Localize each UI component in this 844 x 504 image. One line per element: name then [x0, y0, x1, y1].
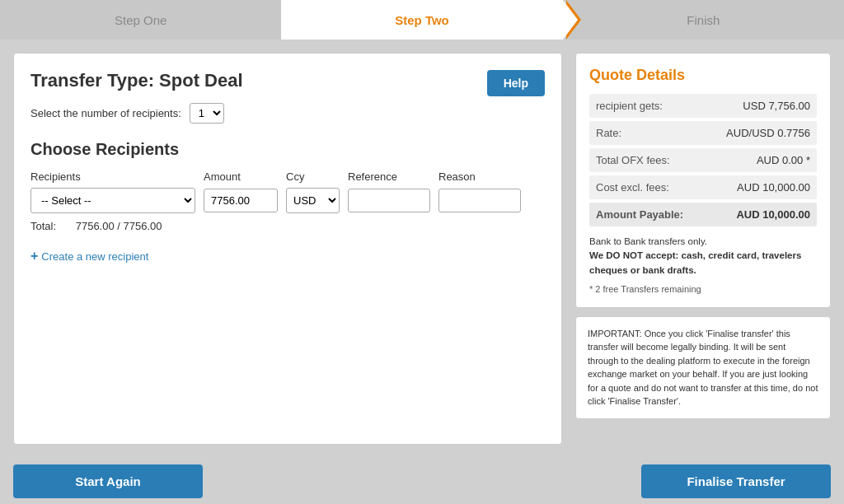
- table-row: -- Select -- USD AUD EUR GBP: [30, 188, 545, 213]
- progress-bar: Step One Step Two Finish: [0, 0, 844, 40]
- amount-input[interactable]: [204, 189, 278, 212]
- recipients-count-row: Select the number of recipients: 1 2 3: [30, 103, 545, 124]
- quote-row-1: Rate: AUD/USD 0.7756: [589, 121, 817, 145]
- free-transfers: * 2 free Transfers remaining: [589, 284, 817, 294]
- table-header: Recipients Amount Ccy Reference Reason: [30, 170, 545, 183]
- bank-notice: Bank to Bank transfers only. We DO NOT a…: [589, 235, 817, 278]
- create-recipient-link[interactable]: + Create a new recipient: [30, 249, 545, 264]
- recipients-count-select[interactable]: 1 2 3: [190, 103, 224, 124]
- total-value: 7756.00 / 7756.00: [76, 220, 162, 232]
- section-title: Choose Recipients: [30, 140, 545, 159]
- help-button[interactable]: Help: [487, 70, 545, 96]
- start-again-button[interactable]: Start Again: [13, 464, 203, 498]
- reason-input[interactable]: [438, 189, 521, 212]
- col-header-amount: Amount: [204, 170, 278, 183]
- important-notice-text: IMPORTANT: Once you click 'Finalise tran…: [588, 329, 818, 407]
- main-container: Transfer Type: Spot Deal Help Select the…: [0, 40, 844, 458]
- important-notice-card: IMPORTANT: Once you click 'Finalise tran…: [575, 316, 831, 419]
- quote-row-4: Amount Payable: AUD 10,000.00: [589, 203, 817, 226]
- left-panel: Transfer Type: Spot Deal Help Select the…: [13, 53, 562, 445]
- col-header-recipients: Recipients: [30, 170, 195, 183]
- col-header-reference: Reference: [348, 170, 430, 183]
- quote-row-0: recipient gets: USD 7,756.00: [589, 94, 817, 118]
- quote-row-2: Total OFX fees: AUD 0.00 *: [589, 148, 817, 172]
- quote-details-card: Quote Details recipient gets: USD 7,756.…: [575, 53, 831, 308]
- right-panel: Quote Details recipient gets: USD 7,756.…: [575, 53, 831, 445]
- quote-title: Quote Details: [589, 67, 817, 84]
- step-one: Step One: [0, 0, 281, 40]
- quote-row-3: Cost excl. fees: AUD 10,000.00: [589, 175, 817, 199]
- plus-icon: +: [30, 249, 38, 264]
- recipients-select[interactable]: -- Select --: [30, 188, 195, 213]
- page-title: Transfer Type: Spot Deal: [30, 70, 545, 91]
- total-row: Total: 7756.00 / 7756.00: [30, 220, 545, 232]
- ccy-select[interactable]: USD AUD EUR GBP: [286, 188, 340, 213]
- finalise-transfer-button[interactable]: Finalise Transfer: [641, 464, 831, 498]
- step-two: Step Two: [281, 0, 562, 40]
- reference-input[interactable]: [348, 189, 430, 212]
- footer: Start Again Finalise Transfer: [0, 458, 844, 504]
- step-finish: Finish: [563, 0, 844, 40]
- create-recipient-label: Create a new recipient: [41, 250, 148, 263]
- col-header-reason: Reason: [438, 170, 521, 183]
- total-label: Total:: [30, 220, 56, 232]
- recipients-count-label: Select the number of recipients:: [30, 107, 181, 119]
- col-header-ccy: Ccy: [286, 170, 340, 183]
